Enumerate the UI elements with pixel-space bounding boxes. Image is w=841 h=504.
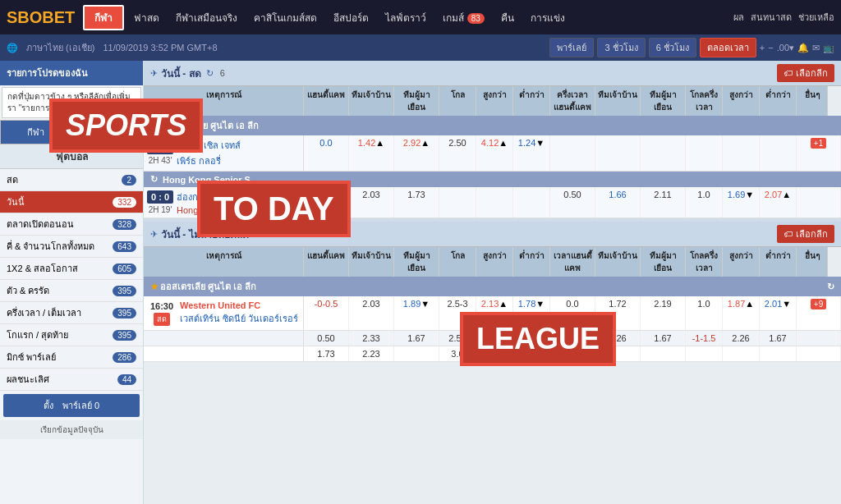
- m3-over2[interactable]: 1.87▲: [723, 296, 760, 330]
- sidebar-parlay-sub[interactable]: เรียกข้อมูลปัจจุบัน: [0, 420, 143, 439]
- today-overlay: TO DAY: [197, 181, 351, 237]
- m2-under[interactable]: [513, 187, 550, 218]
- m2-over[interactable]: [476, 187, 513, 218]
- nav-casino[interactable]: คาสิโนเกมส์สด: [246, 7, 325, 29]
- m3c-over2[interactable]: [723, 346, 760, 361]
- m1-under[interactable]: 1.24▼: [513, 135, 550, 171]
- m3b-home-odds[interactable]: 2.33: [349, 331, 394, 346]
- m2-home-odds[interactable]: 2.03: [349, 187, 394, 218]
- match3-home[interactable]: Western United FC: [180, 300, 298, 310]
- m2-under2[interactable]: 2.07▲: [760, 187, 797, 218]
- nav-games[interactable]: เกมส์ 83: [434, 7, 492, 29]
- nav-live-tv[interactable]: ไลฟ์ตราว์: [377, 7, 434, 29]
- m3-other[interactable]: +9: [797, 296, 841, 330]
- th-htunder: ต่ำกว่า: [760, 86, 797, 116]
- select-league-btn-1[interactable]: 🏷 เลือกลีก: [777, 64, 834, 82]
- m3b-away2[interactable]: 1.67: [641, 331, 686, 346]
- m1-goal2[interactable]: [686, 135, 723, 171]
- sidebar-item-halftime[interactable]: ครึ่งเวลา / เต็มเวลา 395: [0, 302, 143, 324]
- sidebar-item-1x2-label: 1X2 & สลอโอกาส: [7, 261, 78, 276]
- m3-away-odds[interactable]: 1.89▼: [394, 296, 439, 330]
- m3c-under2[interactable]: [760, 346, 797, 361]
- m3-home-odds[interactable]: 2.03: [349, 296, 394, 330]
- m1-hdp2[interactable]: [550, 135, 595, 171]
- m3b-goal2[interactable]: -1-1.5: [686, 331, 723, 346]
- reload-icon-l2[interactable]: ↻: [827, 282, 834, 292]
- all-time-btn[interactable]: ตลอดเวลา: [700, 38, 756, 57]
- sidebar-item-halftime-count: 395: [113, 308, 136, 318]
- m2-hdp2[interactable]: 0.50: [550, 187, 595, 218]
- refresh-icon-1[interactable]: ↻: [206, 68, 214, 79]
- sidebar-item-earlymarket[interactable]: ตลาดเปิดตอนอน 328: [0, 213, 143, 236]
- parlay-btn[interactable]: พาร์เลย์: [549, 38, 594, 57]
- sidebar-item-firstlast[interactable]: โกแรก / สุดท้าย 395: [0, 324, 143, 346]
- m2-away2[interactable]: 2.11: [641, 187, 686, 218]
- sidebar-item-winner[interactable]: ผลชนะเลิศ 44: [0, 369, 143, 391]
- help-link[interactable]: ช่วยเหลือ: [798, 10, 834, 25]
- m3b-under2[interactable]: 1.67: [760, 331, 797, 346]
- m3b-away-odds[interactable]: 1.67: [394, 331, 439, 346]
- reload-icon-l1b[interactable]: ↻: [150, 174, 158, 185]
- m2-over2[interactable]: 1.69▼: [723, 187, 760, 218]
- 3hr-btn[interactable]: 3 ชั่วโมง: [597, 38, 645, 57]
- nav-cashback[interactable]: คืน: [493, 7, 522, 29]
- th2-other: อื่นๆ: [797, 247, 828, 277]
- nav-virtual[interactable]: กีฬาเสมือนจริง: [168, 7, 246, 29]
- m2-away-odds[interactable]: 1.73: [394, 187, 439, 218]
- sidebar-item-today[interactable]: วันนี้ 332: [0, 191, 143, 213]
- m1-home2[interactable]: [595, 135, 641, 171]
- sidebar-item-1x2[interactable]: 1X2 & สลอโอกาส 605: [0, 258, 143, 280]
- m3c-other[interactable]: [797, 346, 841, 361]
- select-league-btn-2[interactable]: 🏷 เลือกลีก: [777, 225, 834, 243]
- m1-over2[interactable]: [723, 135, 760, 171]
- m3c-home-odds[interactable]: 2.23: [349, 346, 394, 361]
- match1-away[interactable]: เพิร์ธ กลอรี่: [177, 153, 241, 168]
- nav-live[interactable]: ฟาสด: [126, 7, 168, 29]
- m3-under2[interactable]: 2.01▼: [760, 296, 797, 330]
- m3b-hdp[interactable]: 0.50: [304, 331, 349, 346]
- sidebar-item-live[interactable]: สด 2: [0, 169, 143, 191]
- parlay-label[interactable]: พาร์เลย์ 0: [62, 401, 99, 410]
- sidebar-item-mixparlay[interactable]: มิกซ์ พาร์เลย์ 286: [0, 346, 143, 369]
- m1-goal[interactable]: 2.50: [439, 135, 476, 171]
- m3-away2[interactable]: 2.19: [641, 296, 686, 330]
- league1-header[interactable]: ↻ ออสเตรเลีย ศูนไต เอ ลีก: [144, 116, 841, 135]
- m2-other[interactable]: [797, 187, 841, 218]
- sidebar-item-correct[interactable]: ตัว & ครรัด 395: [0, 280, 143, 302]
- m1-other[interactable]: +1: [797, 135, 841, 171]
- chat-link[interactable]: สนทนาสด: [751, 10, 792, 25]
- nav-sports[interactable]: กีฬา: [83, 5, 124, 30]
- m3c-hdp[interactable]: 1.73: [304, 346, 349, 361]
- m3-goal2[interactable]: 1.0: [686, 296, 723, 330]
- nav-esport[interactable]: อีสปอร์ต: [325, 7, 377, 29]
- m3-hdp[interactable]: -0-0.5: [304, 296, 349, 330]
- m3c-away-odds[interactable]: [394, 346, 439, 361]
- m1-home-odds[interactable]: 1.42▲: [349, 135, 394, 171]
- sidebar-item-oddeven[interactable]: คี่ & จำนวนโกลทั้งหมด 643: [0, 236, 143, 258]
- m1-under2[interactable]: [760, 135, 797, 171]
- sidebar-item-correct-label: ตัว & ครรัด: [7, 283, 49, 298]
- m1-over[interactable]: 4.12▲: [476, 135, 513, 171]
- league2-header[interactable]: ★ ออสเตรเลีย ศูนไต เอ ลีก ↻: [144, 277, 841, 296]
- bet-label[interactable]: ตั้ง: [44, 401, 53, 410]
- section1-title: วันนี้ - สด: [161, 66, 201, 81]
- language-selector[interactable]: ภาษาไทย (เอเชีย): [21, 39, 99, 57]
- heart-icon-2: 🏷: [784, 229, 793, 239]
- m1-away-odds[interactable]: 2.92▲: [394, 135, 439, 171]
- m1-away2[interactable]: [641, 135, 686, 171]
- m3b-over2[interactable]: 2.26: [723, 331, 760, 346]
- m2-goal[interactable]: [439, 187, 476, 218]
- 6hr-btn[interactable]: 6 ชั่วโมง: [649, 38, 696, 57]
- match3-status: สด: [154, 313, 170, 326]
- m2-goal2[interactable]: 1.0: [686, 187, 723, 218]
- nav-racing[interactable]: การแข่ง: [522, 7, 573, 29]
- m2-home2[interactable]: 1.66: [595, 187, 641, 218]
- results-link[interactable]: ผล: [733, 10, 744, 25]
- th-over: สูงกว่า: [476, 86, 513, 116]
- match3-away[interactable]: เวสต์เทิร์น ซิดนีย์ วันเดอร์เรอร์: [180, 311, 298, 326]
- m3c-goal2[interactable]: [686, 346, 723, 361]
- th-hthome: ทีมเจ้าบ้าน: [595, 86, 641, 116]
- m3c-away2[interactable]: [641, 346, 686, 361]
- m1-hdp[interactable]: 0.0: [304, 135, 349, 171]
- m3b-other[interactable]: [797, 331, 841, 346]
